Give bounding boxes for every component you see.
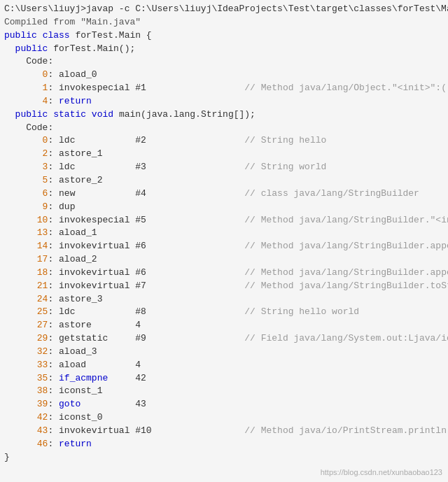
code-line: 39: goto 43 [0,398,448,411]
code-line: 35: if_acmpne 42 [0,372,448,385]
terminal-window: C:\Users\liuyj>javap -c C:\Users\liuyj\I… [0,0,448,482]
code-line: 46: return [0,438,448,451]
code-line: 5: astore_2 [0,174,448,187]
code-line: 18: invokevirtual #6 // Method java/lang… [0,267,448,280]
code-line: Code: [0,122,448,135]
code-line: C:\Users\liuyj>javap -c C:\Users\liuyj\I… [0,3,448,16]
code-line: 21: invokevirtual #7 // Method java/lang… [0,280,448,293]
code-line: 3: ldc #3 // String world [0,161,448,174]
code-line: 9: dup [0,201,448,214]
code-line: 24: astore_3 [0,293,448,306]
code-line: } [0,451,448,465]
code-line: Compiled from "Main.java" [0,16,448,29]
code-line: 33: aload 4 [0,359,448,372]
code-line: 6: new #4 // class java/lang/StringBuild… [0,187,448,201]
code-line: 38: iconst_1 [0,385,448,398]
code-line: public class forTest.Main { [0,29,448,43]
code-line: 29: getstatic #9 // Field java/lang/Syst… [0,332,448,346]
code-line: 1: invokespecial #1 // Method java/lang/… [0,82,448,95]
code-line: 27: astore 4 [0,319,448,332]
code-line: 32: aload_3 [0,346,448,359]
code-line: 0: ldc #2 // String hello [0,134,448,148]
code-line: 14: invokevirtual #6 // Method java/lang… [0,240,448,253]
code-line: 2: astore_1 [0,148,448,161]
code-line: 4: return [0,95,448,108]
watermark: https://blog.csdn.net/xunbaobao123 [321,468,442,476]
code-line: 0: aload_0 [0,69,448,82]
code-line: 42: iconst_0 [0,411,448,425]
code-line: public static void main(java.lang.String… [0,108,448,122]
code-line: Code: [0,55,448,69]
code-line: 17: aload_2 [0,253,448,267]
code-line: 13: aload_1 [0,227,448,240]
code-line: 43: invokevirtual #10 // Method java/io/… [0,425,448,438]
code-line: 25: ldc #8 // String hello world [0,306,448,319]
code-line: 10: invokespecial #5 // Method java/lang… [0,214,448,227]
code-line: public forTest.Main(); [0,43,448,56]
